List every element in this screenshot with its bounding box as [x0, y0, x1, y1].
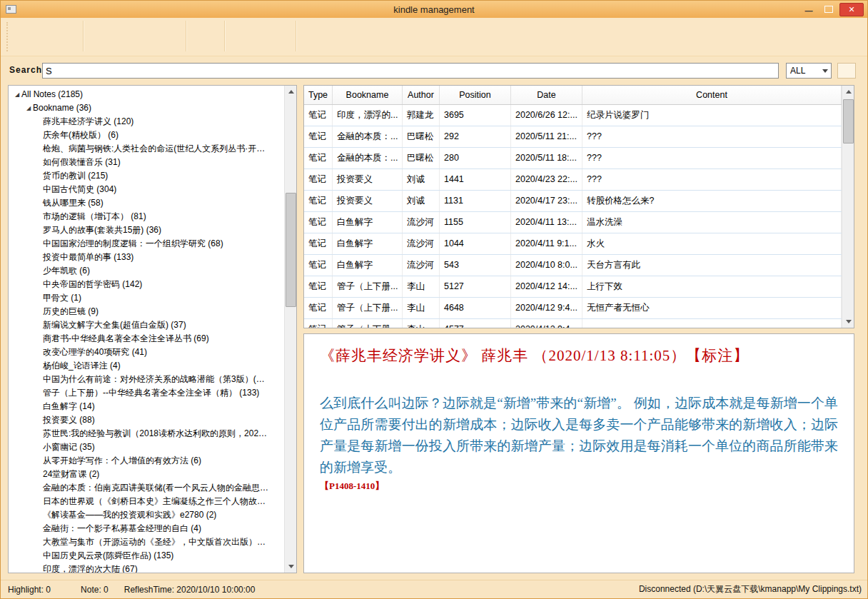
tree-scrollbar[interactable] — [284, 86, 296, 573]
tree-item-book[interactable]: 中国古代简史 (304) — [9, 183, 284, 196]
table-header-cell[interactable]: Author — [403, 86, 440, 104]
tree-item-book[interactable]: 金融街：一个影子私募基金经理的自白 (4) — [9, 522, 284, 535]
cell-bookname: 白鱼解字 — [333, 255, 403, 276]
table-row[interactable]: 笔记 白鱼解字 流沙河 543 2020/4/10 8:0... 天台方言有此 — [304, 255, 842, 276]
tree-item-book[interactable]: 从零开始学写作：个人增值的有效方法 (6) — [9, 454, 284, 468]
tree-item-label: 杨伯峻_论语译注 (4) — [43, 361, 121, 371]
table-row[interactable]: 笔记 投资要义 刘诚 1131 2020/4/17 23:... 转股价格怎么来… — [304, 191, 842, 212]
table-header-cell[interactable]: Position — [440, 86, 511, 104]
tree-item-book[interactable]: 小窗幽记 (35) — [9, 441, 284, 454]
search-action-button[interactable] — [837, 63, 856, 79]
tree-item-book[interactable]: 新编说文解字大全集(超值白金版) (37) — [9, 318, 284, 332]
table-scrollbar-thumb[interactable] — [843, 99, 854, 144]
scroll-up-icon[interactable] — [842, 86, 854, 98]
tree-item-book[interactable]: 改变心理学的40项研究 (41) — [9, 346, 284, 359]
table-row[interactable]: 笔记 投资要义 刘诚 1441 2020/4/23 22:... ??? — [304, 169, 842, 191]
expand-icon[interactable] — [13, 88, 21, 101]
tree-item-book[interactable]: 中国为什么有前途：对外经济关系的战略潜能（第3版）(… — [9, 373, 284, 386]
tree-item-book[interactable]: 甲骨文 (1) — [9, 291, 284, 305]
tree-item-book[interactable]: 少年凯歌 (6) — [9, 264, 284, 278]
tree-item-book[interactable]: 薛兆丰经济学讲义 (120) — [9, 115, 284, 129]
tree-item-book[interactable]: 庆余年(精校版） (6) — [9, 129, 284, 142]
tree-scrollbar-thumb[interactable] — [286, 193, 296, 307]
cell-author: 巴曙松 — [403, 148, 440, 168]
tree-item-book[interactable]: 日本的世界观（《剑桥日本史》主编凝练之作三个人物故… — [9, 495, 284, 508]
tree-item-book[interactable]: 中央帝国的哲学密码 (142) — [9, 278, 284, 291]
tree-item-book[interactable]: 货币的教训 (215) — [9, 169, 284, 183]
cell-content: 温水洗澡 — [582, 212, 842, 233]
table-row[interactable]: 笔记 金融的本质：... 巴曙松 292 2020/5/11 21:... ??… — [304, 126, 842, 148]
cell-date: 2020/4/10 8:0... — [511, 255, 582, 276]
cell-author: 刘诚 — [403, 191, 440, 211]
tree-item-book[interactable]: 历史的巨镜 (9) — [9, 305, 284, 318]
tree-item-book[interactable]: 市场的逻辑（增订本） (81) — [9, 210, 284, 223]
toolbar-separator — [224, 21, 225, 51]
cell-content: 水火 — [582, 233, 842, 254]
tree-item-label: 枪炮、病菌与钢铁:人类社会的命运(世纪人文系列丛书·开… — [43, 144, 265, 153]
filter-dropdown[interactable]: ALL — [786, 63, 832, 79]
tree-item-book[interactable]: 苏世民:我的经验与教训（2018读桥水达利欧的原则，202… — [9, 427, 284, 441]
cell-position: 543 — [440, 255, 511, 276]
table-header-cell[interactable]: Date — [511, 86, 582, 104]
tree-item-book[interactable]: 投资中最简单的事 (133) — [9, 251, 284, 264]
cell-content: 天台方言有此 — [582, 255, 842, 276]
tree-item-book[interactable]: 印度，漂浮的次大陆 (67) — [9, 563, 284, 573]
tree-item-book[interactable]: 《解读基金——我的投资观和实践》e2780 (2) — [9, 508, 284, 522]
tree-item-label: 历史的巨镜 (9) — [43, 306, 99, 316]
tree-root-label: All Notes (2185) — [21, 89, 83, 99]
cell-author: 李山 — [403, 319, 440, 328]
cell-content: ??? — [582, 148, 842, 168]
scroll-down-icon[interactable] — [842, 316, 854, 328]
tree-item-book[interactable]: 钱从哪里来 (58) — [9, 196, 284, 210]
tree-item-book[interactable]: 大教堂与集市（开源运动的《圣经》，中文版首次出版）… — [9, 535, 284, 549]
tree-item-book[interactable]: 商君书-中华经典名著全本全注全译丛书 (69) — [9, 332, 284, 346]
tree-item-label: 如何假装懂音乐 (31) — [43, 157, 121, 167]
tree-item-label: 日本的世界观（《剑桥日本史》主编凝练之作三个人物故… — [43, 496, 266, 506]
tree-item-book[interactable]: 管子（上下册）--中华经典名著全本全注全译（精） (133) — [9, 386, 284, 400]
notes-table: Type Bookname Author Position Date Conte… — [304, 86, 842, 328]
tree-item-book[interactable]: 杨伯峻_论语译注 (4) — [9, 359, 284, 373]
search-input[interactable] — [42, 63, 779, 79]
table-row[interactable]: 笔记 白鱼解字 流沙河 1155 2020/4/11 13:... 温水洗澡 — [304, 212, 842, 233]
tree-item-label: 甲骨文 (1) — [43, 293, 81, 303]
table-row[interactable]: 笔记 白鱼解字 流沙河 1044 2020/4/11 9:1... 水火 — [304, 233, 842, 255]
table-header-cell[interactable]: Content — [582, 86, 842, 104]
table-row[interactable]: 笔记 管子（上下册... 李山 4577 2020/4/12 9:4... — [304, 319, 842, 328]
maximize-button[interactable] — [819, 3, 838, 16]
cell-bookname: 管子（上下册... — [333, 319, 403, 328]
tree-item-label: 商君书-中华经典名著全本全注全译丛书 (69) — [43, 333, 209, 343]
table-header-cell[interactable]: Type — [304, 86, 333, 104]
scroll-up-icon[interactable] — [285, 86, 297, 98]
detail-header: 《薛兆丰经济学讲义》 薛兆丰 （2020/1/13 8:11:05）【标注】 — [320, 346, 838, 366]
tree-item-book[interactable]: 24堂财富课 (2) — [9, 468, 284, 481]
tree-item-book[interactable]: 投资要义 (88) — [9, 413, 284, 427]
tree-group-label: Bookname (36) — [33, 103, 91, 113]
tree-item-book[interactable]: 中国历史风云录(陈舜臣作品) (135) — [9, 549, 284, 563]
minimize-button[interactable] — [799, 3, 818, 16]
close-button[interactable] — [839, 3, 864, 16]
tree-item-book[interactable]: 枪炮、病菌与钢铁:人类社会的命运(世纪人文系列丛书·开… — [9, 142, 284, 156]
tree-item-book[interactable]: 中国国家治理的制度逻辑：一个组织学研究 (68) — [9, 237, 284, 251]
chevron-down-icon — [819, 64, 831, 78]
tree-group-bookname[interactable]: Bookname (36) — [9, 101, 284, 115]
cell-bookname: 管子（上下册... — [333, 276, 403, 297]
table-row[interactable]: 笔记 管子（上下册... 李山 5127 2020/4/12 14:... 上行… — [304, 276, 842, 298]
cell-type: 笔记 — [304, 169, 333, 190]
tree-item-book[interactable]: 白鱼解字 (14) — [9, 400, 284, 413]
table-row[interactable]: 笔记 印度，漂浮的... 郭建龙 3695 2020/6/26 12:... 纪… — [304, 105, 842, 126]
cell-bookname: 管子（上下册... — [333, 298, 403, 318]
tree-item-book[interactable]: 罗马人的故事(套装共15册) (36) — [9, 223, 284, 237]
tree-item-book[interactable]: 金融的本质：伯南克四讲美联储(看一个风云人物的金融思… — [9, 481, 284, 495]
cell-date: 2020/4/11 13:... — [511, 212, 582, 233]
cell-type: 笔记 — [304, 319, 333, 328]
tree-item-book[interactable]: 如何假装懂音乐 (31) — [9, 156, 284, 169]
cell-author: 刘诚 — [403, 169, 440, 190]
scroll-down-icon[interactable] — [285, 560, 297, 573]
table-row[interactable]: 笔记 管子（上下册... 李山 4648 2020/4/12 9:4... 无恒… — [304, 298, 842, 319]
tree-root-all-notes[interactable]: All Notes (2185) — [9, 88, 284, 101]
cell-date: 2020/5/11 18:... — [511, 148, 582, 168]
table-scrollbar[interactable] — [842, 86, 854, 328]
table-header-cell[interactable]: Bookname — [333, 86, 403, 104]
expand-icon[interactable] — [24, 101, 33, 115]
table-row[interactable]: 笔记 金融的本质：... 巴曙松 280 2020/5/11 18:... ??… — [304, 148, 842, 169]
